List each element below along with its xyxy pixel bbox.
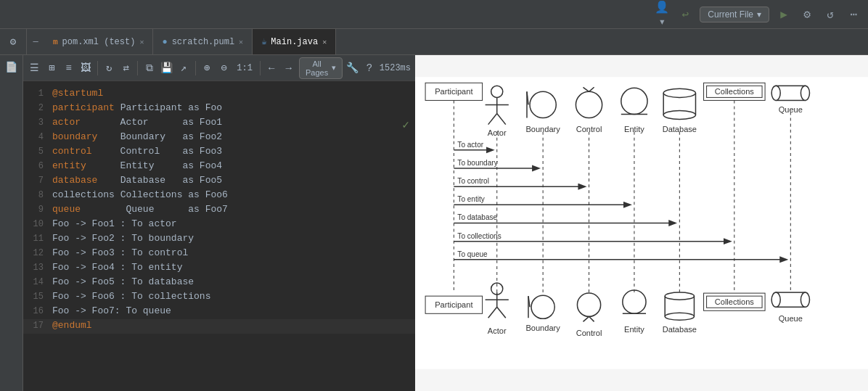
editor-panel: ☰ ⊞ ≡ 🖼 ↻ ⇄ ⧉ 💾 ↗ ⊕ ⊖ 1:1 ← → All Pages … xyxy=(23,55,415,391)
help-btn[interactable]: ? xyxy=(362,59,376,78)
svg-text:To boundary: To boundary xyxy=(457,159,497,167)
code-line-1[interactable]: 1@startuml xyxy=(23,87,415,102)
code-line-17[interactable]: 17@enduml xyxy=(23,319,415,334)
line-content: @startuml xyxy=(52,88,415,99)
image-btn[interactable]: 🖼 xyxy=(78,59,92,78)
line-number: 17 xyxy=(23,321,52,331)
timing-display: 1523ms xyxy=(380,63,411,73)
list-btn[interactable]: ≡ xyxy=(62,59,75,78)
line-number: 12 xyxy=(23,248,52,258)
code-line-8[interactable]: 8collections Collections as Foo6 xyxy=(23,189,415,203)
line-content: Foo -> Foo2 : To boundary xyxy=(52,233,415,244)
pom-icon: m xyxy=(53,38,58,46)
code-line-2[interactable]: 2participant Participant as Foo xyxy=(23,102,415,116)
line-content: Foo -> Foo3 : To control xyxy=(52,247,415,258)
line-content: @enduml xyxy=(52,320,415,331)
line-number: 4 xyxy=(23,132,52,142)
code-line-5[interactable]: 5control Control as Foo3 xyxy=(23,145,415,160)
svg-text:Participant: Participant xyxy=(435,300,472,309)
settings-left-icon[interactable]: ⚙ xyxy=(0,36,26,48)
line-number: 5 xyxy=(23,147,52,157)
arrow-tool-icon[interactable]: ↩ xyxy=(676,7,694,22)
refresh-btn[interactable]: ↻ xyxy=(102,59,116,78)
tab-main-label: Main.java xyxy=(271,37,318,47)
export-btn[interactable]: ↗ xyxy=(176,59,190,78)
save-btn[interactable]: 💾 xyxy=(160,59,173,78)
svg-text:Collections: Collections xyxy=(715,297,755,306)
code-line-14[interactable]: 14Foo -> Foo5 : To database xyxy=(23,276,415,290)
svg-text:Actor: Actor xyxy=(488,326,507,335)
line-content: entity Entity as Foo4 xyxy=(52,160,415,171)
uml-diagram: Participant Actor Boundary Control Entit… xyxy=(415,55,868,391)
svg-point-79 xyxy=(771,292,780,307)
svg-text:To database: To database xyxy=(457,213,497,221)
line-content: boundary Boundary as Foo2 xyxy=(52,131,415,142)
tab-scratch[interactable]: ● scratch.puml ✕ xyxy=(153,29,253,54)
zoom-out-btn[interactable]: ⊖ xyxy=(217,59,231,78)
code-line-12[interactable]: 12Foo -> Foo3 : To control xyxy=(23,247,415,261)
copy-btn[interactable]: ⧉ xyxy=(142,59,156,78)
line-content: queue Queue as Foo7 xyxy=(52,204,415,215)
settings-gear-icon[interactable]: ⚙ xyxy=(798,7,816,22)
code-line-10[interactable]: 10Foo -> Foo1 : To actor xyxy=(23,218,415,232)
code-line-16[interactable]: 16Foo -> Foo7: To queue xyxy=(23,305,415,319)
line-number: 10 xyxy=(23,219,52,229)
svg-text:To collections: To collections xyxy=(457,232,501,240)
line-number: 15 xyxy=(23,292,52,302)
pages-label: All Pages xyxy=(306,59,329,77)
code-line-3[interactable]: 3actor Actor as Foo1 xyxy=(23,116,415,131)
svg-text:To control: To control xyxy=(457,177,489,185)
close-tab-main[interactable]: ✕ xyxy=(322,38,327,46)
minus-icon[interactable]: — xyxy=(27,37,44,47)
code-line-4[interactable]: 4boundary Boundary as Foo2 xyxy=(23,131,415,145)
svg-text:Control: Control xyxy=(576,329,602,337)
line-number: 11 xyxy=(23,234,52,244)
svg-point-27 xyxy=(801,86,809,100)
svg-text:Database: Database xyxy=(663,325,697,334)
line-content: Foo -> Foo1 : To actor xyxy=(52,218,415,229)
line-number: 8 xyxy=(23,190,52,200)
close-tab-scratch[interactable]: ✕ xyxy=(239,38,243,46)
left-sidebar: 📄 xyxy=(0,55,23,391)
code-line-6[interactable]: 6entity Entity as Foo4 xyxy=(23,160,415,174)
line-content: database Database as Foo5 xyxy=(52,175,415,186)
current-file-button[interactable]: Current File ▾ xyxy=(700,7,769,22)
validation-checkmark: ✓ xyxy=(402,118,409,132)
code-editor[interactable]: 1@startuml2participant Participant as Fo… xyxy=(23,81,415,339)
play-icon[interactable]: ▶ xyxy=(775,7,793,22)
close-tab-pom[interactable]: ✕ xyxy=(139,38,144,46)
line-number: 3 xyxy=(23,118,52,128)
zoom-in-btn[interactable]: ⊕ xyxy=(200,59,213,78)
pages-dropdown[interactable]: All Pages ▾ xyxy=(299,57,343,79)
undo-icon[interactable]: ↺ xyxy=(822,7,839,22)
line-content: actor Actor as Foo1 xyxy=(52,117,415,128)
current-file-label: Current File xyxy=(708,9,753,20)
line-content: control Control as Foo3 xyxy=(52,146,415,157)
sync-btn[interactable]: ⇄ xyxy=(119,59,133,78)
svg-text:Participant: Participant xyxy=(435,87,472,96)
code-line-7[interactable]: 7database Database as Foo5 xyxy=(23,174,415,189)
tab-scratch-label: scratch.puml xyxy=(172,37,234,47)
svg-point-28 xyxy=(771,86,780,100)
line-number: 9 xyxy=(23,205,52,215)
code-line-11[interactable]: 11Foo -> Foo2 : To boundary xyxy=(23,232,415,247)
grid-btn[interactable]: ⊞ xyxy=(44,59,58,78)
code-line-9[interactable]: 9queue Queue as Foo7 xyxy=(23,203,415,218)
line-content: Foo -> Foo5 : To database xyxy=(52,276,415,287)
line-content: Foo -> Foo4 : To entity xyxy=(52,262,415,273)
dropdown-icon: ▾ xyxy=(757,9,761,20)
tab-pom[interactable]: m pom.xml (test) ✕ xyxy=(44,29,153,54)
more-icon[interactable]: ⋯ xyxy=(845,7,862,22)
svg-text:Boundary: Boundary xyxy=(525,324,560,332)
sidebar-file-icon[interactable]: 📄 xyxy=(5,61,17,73)
menu-btn[interactable]: ☰ xyxy=(28,59,41,78)
tab-main[interactable]: ☕ Main.java ✕ xyxy=(253,29,336,54)
line-content: Foo -> Foo6 : To collections xyxy=(52,291,415,302)
wrench-btn[interactable]: 🔧 xyxy=(345,59,359,78)
code-line-13[interactable]: 13Foo -> Foo4 : To entity xyxy=(23,261,415,276)
top-bar: 👤▾ ↩ Current File ▾ ▶ ⚙ ↺ ⋯ xyxy=(0,0,868,29)
nav-left-btn[interactable]: ← xyxy=(265,59,279,78)
code-line-15[interactable]: 15Foo -> Foo6 : To collections xyxy=(23,290,415,305)
user-icon[interactable]: 👤▾ xyxy=(653,0,671,29)
nav-right-btn[interactable]: → xyxy=(282,59,295,78)
